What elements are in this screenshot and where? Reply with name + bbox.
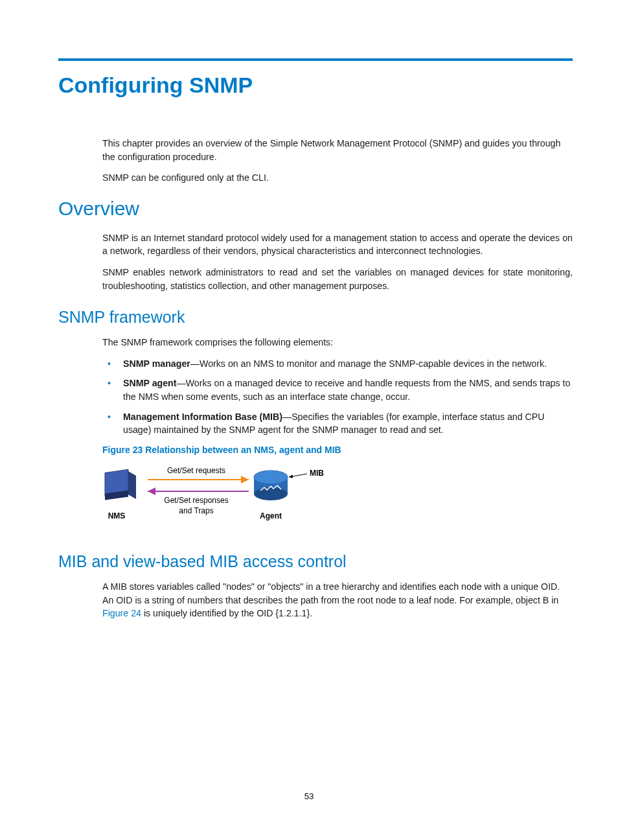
overview-heading: Overview xyxy=(58,198,573,220)
agent-label: Agent xyxy=(260,511,282,520)
framework-heading: SNMP framework xyxy=(58,308,573,327)
bullet-item: Management Information Base (MIB)—Specif… xyxy=(102,410,573,437)
svg-point-5 xyxy=(254,487,288,500)
mib-block: A MIB stores variables called "nodes" or… xyxy=(102,580,573,620)
bullet-term: SNMP agent xyxy=(123,378,177,388)
req-label: Get/Set requests xyxy=(167,466,225,475)
page-number: 53 xyxy=(0,791,618,801)
nms-icon xyxy=(105,469,136,500)
figure-24-link[interactable]: Figure 24 xyxy=(102,608,141,618)
mib-p1b: is uniquely identified by the OID {1.2.1… xyxy=(141,608,312,618)
intro-block: This chapter provides an overview of the… xyxy=(102,137,573,185)
overview-p1: SNMP is an Internet standard protocol wi… xyxy=(102,231,573,258)
agent-icon xyxy=(254,471,288,500)
mib-pointer xyxy=(289,474,307,477)
top-rule xyxy=(58,58,573,61)
svg-marker-2 xyxy=(128,471,136,499)
framework-lead: The SNMP framework comprises the followi… xyxy=(102,336,573,349)
figure-caption: Figure 23 Relationship between an NMS, a… xyxy=(102,443,573,456)
mib-label: MIB xyxy=(310,469,324,478)
page-title: Configuring SNMP xyxy=(58,73,573,98)
bullet-term: SNMP manager xyxy=(123,358,190,369)
mib-heading: MIB and view-based MIB access control xyxy=(58,552,573,571)
nms-label: NMS xyxy=(108,511,126,520)
framework-block: The SNMP framework comprises the followi… xyxy=(102,336,573,533)
mib-p1a: A MIB stores variables called "nodes" or… xyxy=(102,581,560,605)
figure-23: NMS Agent MIB Get/Set requests xyxy=(102,461,573,533)
bullet-desc: —Works on a managed device to receive an… xyxy=(123,378,570,402)
overview-block: SNMP is an Internet standard protocol wi… xyxy=(102,231,573,292)
mib-p1: A MIB stores variables called "nodes" or… xyxy=(102,580,573,620)
bullet-item: SNMP agent—Works on a managed device to … xyxy=(102,377,573,403)
bullet-item: SNMP manager—Works on an NMS to monitor … xyxy=(102,357,573,371)
bullet-term: Management Information Base (MIB) xyxy=(123,412,282,422)
bullet-desc: —Works on an NMS to monitor and manage t… xyxy=(190,358,547,369)
framework-bullets: SNMP manager—Works on an NMS to monitor … xyxy=(102,357,573,437)
resp-label-2: and Traps xyxy=(179,506,213,515)
intro-p1: This chapter provides an overview of the… xyxy=(102,137,573,163)
svg-point-6 xyxy=(254,471,288,484)
overview-p2: SNMP enables network administrators to r… xyxy=(102,266,573,292)
resp-label-1: Get/Set responses xyxy=(164,496,228,505)
intro-p2: SNMP can be configured only at the CLI. xyxy=(102,171,573,185)
